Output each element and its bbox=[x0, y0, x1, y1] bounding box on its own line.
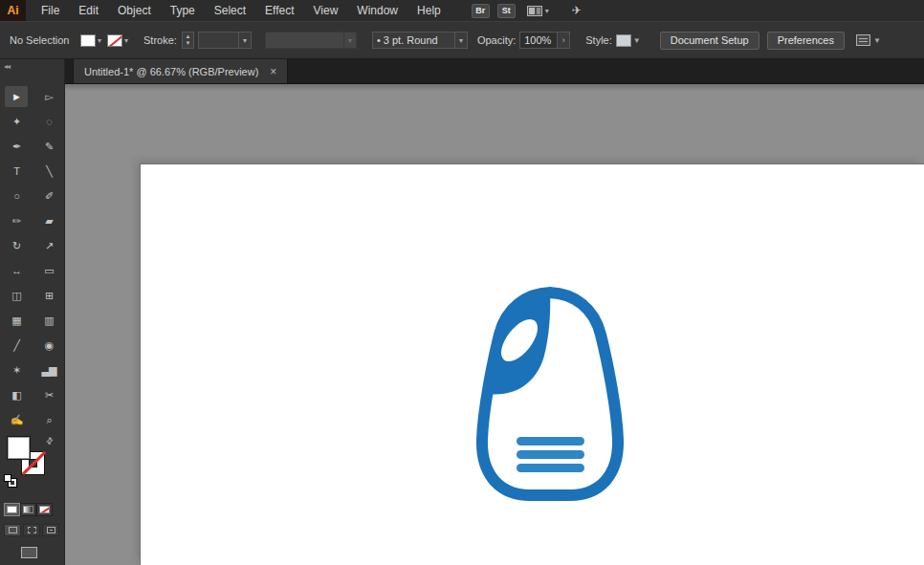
style-swatch bbox=[616, 34, 631, 47]
tool-grid: ►▻✦◌✒✎T╲○✐✏▰↻↗↔▭◫⊞▦▥╱◉✶▃▆◧✂✍⌕ bbox=[0, 86, 64, 430]
menu-bar: Ai FileEditObjectTypeSelectEffectViewWin… bbox=[0, 0, 924, 21]
rotate-tool[interactable]: ↻ bbox=[5, 235, 28, 256]
gradient-tool[interactable]: ▥ bbox=[37, 310, 60, 331]
close-icon[interactable]: × bbox=[270, 66, 276, 77]
label-bar bbox=[517, 464, 584, 472]
free-transform-tool[interactable]: ▭ bbox=[37, 260, 60, 281]
direct-selection-tool[interactable]: ▻ bbox=[37, 86, 60, 107]
width-profile-dropdown: ▼ bbox=[265, 32, 357, 49]
eraser-tool[interactable]: ▰ bbox=[37, 210, 60, 231]
tools-panel: ◂◂ ►▻✦◌✒✎T╲○✐✏▰↻↗↔▭◫⊞▦▥╱◉✶▃▆◧✂✍⌕ ⇄ bbox=[0, 59, 65, 565]
paintbrush-tool[interactable]: ✐ bbox=[37, 185, 60, 206]
lasso-tool[interactable]: ◌ bbox=[37, 111, 60, 132]
style-dropdown[interactable]: ▼ bbox=[616, 34, 641, 47]
opacity-value: 100% bbox=[524, 34, 551, 46]
draw-behind-icon bbox=[28, 527, 36, 533]
stroke-color-control[interactable]: ▾ bbox=[107, 34, 128, 47]
chevron-right-icon: › bbox=[562, 35, 565, 45]
hand-tool[interactable]: ✍ bbox=[5, 409, 28, 430]
opacity-label[interactable]: Opacity: bbox=[477, 34, 516, 46]
solid-color-icon bbox=[7, 506, 17, 513]
swap-fill-stroke-icon[interactable]: ⇄ bbox=[44, 435, 55, 446]
preferences-button[interactable]: Preferences bbox=[767, 32, 845, 50]
workspace-layout-icon bbox=[527, 6, 542, 16]
screen-mode-button[interactable] bbox=[21, 547, 37, 558]
menu-item-view[interactable]: View bbox=[304, 0, 348, 21]
fill-indicator[interactable] bbox=[7, 436, 31, 460]
stepper-down-icon: ▼ bbox=[185, 40, 190, 47]
eyedropper-tool[interactable]: ╱ bbox=[5, 335, 28, 356]
slice-tool[interactable]: ✂ bbox=[37, 384, 60, 405]
chevron-down-icon: ▼ bbox=[454, 33, 467, 48]
line-segment-tool[interactable]: ╲ bbox=[37, 161, 60, 182]
pen-tool[interactable]: ✒ bbox=[5, 136, 28, 157]
menu-item-type[interactable]: Type bbox=[161, 0, 205, 21]
magic-wand-tool[interactable]: ✦ bbox=[5, 111, 28, 132]
artboard[interactable] bbox=[140, 163, 924, 565]
perspective-grid-tool[interactable]: ⊞ bbox=[37, 285, 60, 306]
scale-tool[interactable]: ↗ bbox=[37, 235, 60, 256]
label-bar bbox=[517, 437, 584, 445]
fill-color-control[interactable]: ▾ bbox=[80, 34, 101, 47]
menu-item-window[interactable]: Window bbox=[347, 0, 407, 21]
menu-item-edit[interactable]: Edit bbox=[69, 0, 108, 21]
ellipse-tool[interactable]: ○ bbox=[5, 185, 28, 206]
type-tool[interactable]: T bbox=[5, 161, 28, 182]
column-graph-tool[interactable]: ▃▆ bbox=[37, 359, 60, 380]
bridge-button[interactable]: Br bbox=[472, 4, 490, 18]
fill-stroke-widget: ⇄ bbox=[0, 436, 64, 491]
workspace-switcher[interactable]: ▾ bbox=[527, 6, 549, 16]
document-tab[interactable]: Untitled-1* @ 66.67% (RGB/Preview) × bbox=[73, 59, 288, 83]
draw-behind-button[interactable] bbox=[23, 524, 40, 536]
gradient-button[interactable] bbox=[20, 503, 36, 516]
opacity-input[interactable]: 100% bbox=[519, 32, 558, 49]
stroke-color-swatch[interactable] bbox=[107, 34, 122, 47]
none-icon bbox=[39, 506, 50, 513]
menu-item-object[interactable]: Object bbox=[108, 0, 161, 21]
menu-item-file[interactable]: File bbox=[32, 0, 69, 21]
symbol-sprayer-tool[interactable]: ✶ bbox=[5, 359, 28, 380]
control-bar: No Selection ▾ ▾ Stroke: ▲ ▼ ▼ ▼ • 3 pt.… bbox=[0, 21, 924, 59]
chevron-down-icon: ▼ bbox=[633, 36, 641, 45]
draw-normal-button[interactable] bbox=[4, 524, 21, 536]
chevron-down-icon: ▼ bbox=[238, 33, 251, 48]
menu-item-effect[interactable]: Effect bbox=[255, 0, 303, 21]
canvas-pasteboard[interactable] bbox=[65, 84, 924, 565]
draw-inside-button[interactable] bbox=[42, 524, 59, 536]
stroke-weight-label[interactable]: Stroke: bbox=[143, 34, 177, 46]
brush-definition-dropdown[interactable]: • 3 pt. Round ▼ bbox=[372, 32, 468, 49]
blend-tool[interactable]: ◉ bbox=[37, 335, 60, 356]
stock-button[interactable]: St bbox=[497, 4, 516, 18]
opacity-flyout-button[interactable]: › bbox=[558, 32, 570, 49]
pencil-tool[interactable]: ✏ bbox=[5, 210, 28, 231]
mesh-tool[interactable]: ▦ bbox=[5, 310, 28, 331]
share-icon[interactable]: ✈ bbox=[572, 4, 582, 17]
curvature-tool[interactable]: ✎ bbox=[37, 136, 60, 157]
color-button[interactable] bbox=[4, 503, 20, 516]
style-label[interactable]: Style: bbox=[585, 34, 612, 46]
chevron-down-icon: ▼ bbox=[873, 36, 881, 45]
brush-definition-value: • 3 pt. Round bbox=[373, 34, 454, 46]
artboard-tool[interactable]: ◧ bbox=[5, 384, 28, 405]
chevron-down-icon: ▾ bbox=[124, 36, 128, 45]
options-icon bbox=[856, 34, 870, 46]
default-fill-stroke-icon[interactable] bbox=[4, 474, 11, 482]
menu-item-select[interactable]: Select bbox=[205, 0, 255, 21]
none-button[interactable] bbox=[36, 503, 53, 516]
document-setup-button[interactable]: Document Setup bbox=[660, 32, 759, 50]
bottle-logo-artwork[interactable] bbox=[474, 287, 626, 501]
width-tool[interactable]: ↔ bbox=[5, 260, 28, 281]
zoom-tool[interactable]: ⌕ bbox=[37, 409, 60, 430]
selection-tool[interactable]: ► bbox=[5, 86, 28, 107]
stroke-weight-dropdown[interactable]: ▼ bbox=[198, 32, 252, 49]
chevron-down-icon: ▼ bbox=[343, 33, 356, 48]
illustrator-logo: Ai bbox=[0, 0, 26, 21]
panel-collapse-button[interactable]: ◂◂ bbox=[0, 59, 64, 75]
none-slash-icon bbox=[108, 34, 122, 47]
document-tab-bar: Untitled-1* @ 66.67% (RGB/Preview) × bbox=[65, 59, 924, 84]
stroke-weight-stepper[interactable]: ▲ ▼ bbox=[182, 32, 194, 49]
fill-color-swatch[interactable] bbox=[80, 34, 96, 47]
control-more-options[interactable]: ▼ bbox=[856, 34, 881, 46]
menu-item-help[interactable]: Help bbox=[407, 0, 451, 21]
shape-builder-tool[interactable]: ◫ bbox=[5, 285, 28, 306]
